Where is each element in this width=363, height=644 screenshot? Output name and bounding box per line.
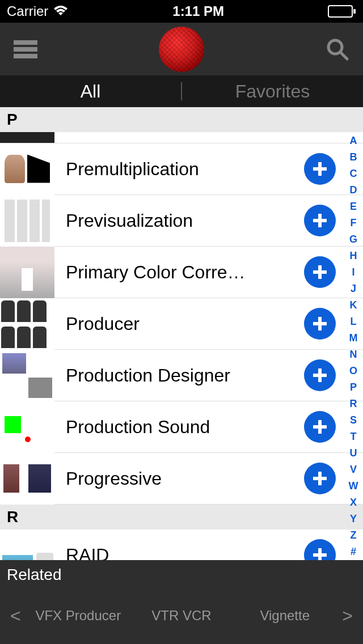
index-letter[interactable]: N bbox=[350, 349, 357, 359]
related-item[interactable]: VTR VCR bbox=[130, 608, 233, 624]
index-letter[interactable]: # bbox=[351, 546, 356, 557]
index-letter[interactable]: C bbox=[350, 168, 357, 179]
index-letter[interactable]: B bbox=[350, 152, 357, 162]
list-thumbnail bbox=[0, 401, 54, 453]
related-prev-icon[interactable]: < bbox=[5, 605, 27, 626]
list-label: Previsualization bbox=[54, 210, 304, 231]
index-letter[interactable]: S bbox=[350, 415, 357, 425]
index-letter[interactable]: W bbox=[349, 481, 358, 491]
svg-rect-0 bbox=[328, 6, 352, 17]
index-letter[interactable]: Y bbox=[350, 514, 357, 524]
list-thumbnail bbox=[0, 453, 54, 505]
add-button[interactable] bbox=[304, 153, 336, 185]
add-button[interactable] bbox=[304, 256, 336, 288]
list-label: Production Designer bbox=[54, 365, 304, 386]
index-letter[interactable]: U bbox=[350, 448, 357, 458]
list-item[interactable]: Progressive bbox=[0, 453, 363, 505]
search-button[interactable] bbox=[326, 37, 349, 61]
list-thumbnail bbox=[0, 132, 54, 143]
list-content[interactable]: P Premultiplication Previsualization Pri… bbox=[0, 107, 363, 560]
index-letter[interactable]: D bbox=[350, 185, 357, 195]
index-letter[interactable]: F bbox=[351, 218, 357, 228]
index-letter[interactable]: T bbox=[351, 431, 357, 442]
index-letter[interactable]: X bbox=[350, 497, 357, 507]
menu-button[interactable] bbox=[14, 40, 37, 58]
wifi-icon bbox=[53, 5, 69, 18]
index-letter[interactable]: J bbox=[351, 283, 356, 294]
related-item[interactable]: VFX Producer bbox=[27, 608, 130, 624]
app-logo bbox=[159, 27, 204, 72]
add-button[interactable] bbox=[304, 463, 336, 494]
index-letter[interactable]: I bbox=[352, 267, 354, 277]
index-letter[interactable]: E bbox=[350, 201, 357, 211]
list-thumbnail bbox=[0, 195, 54, 247]
list-item[interactable]: Production Designer bbox=[0, 350, 363, 401]
list-thumbnail bbox=[0, 350, 54, 401]
related-title: Related bbox=[0, 560, 363, 587]
list-item[interactable]: RAID bbox=[0, 529, 363, 560]
list-thumbnail bbox=[0, 298, 54, 350]
status-time: 1:11 PM bbox=[69, 3, 328, 19]
index-letter[interactable]: G bbox=[349, 234, 357, 244]
related-bar: Related < VFX Producer VTR VCR Vignette … bbox=[0, 560, 363, 644]
carrier-label: Carrier bbox=[7, 3, 48, 19]
index-letter[interactable]: O bbox=[349, 366, 357, 376]
related-item[interactable]: Vignette bbox=[233, 608, 336, 624]
tab-all[interactable]: All bbox=[0, 81, 181, 102]
list-item[interactable]: Previsualization bbox=[0, 195, 363, 247]
section-header-r: R bbox=[0, 505, 363, 529]
list-label: Primary Color Corre… bbox=[54, 262, 304, 283]
add-button[interactable] bbox=[304, 308, 336, 340]
index-letter[interactable]: K bbox=[350, 300, 357, 310]
index-letter[interactable]: H bbox=[350, 251, 357, 261]
list-label: Production Sound bbox=[54, 417, 304, 438]
list-item[interactable]: Producer bbox=[0, 298, 363, 350]
related-next-icon[interactable]: > bbox=[336, 605, 358, 626]
index-bar[interactable]: A B C D E F G H I J K L M N O P R S T U … bbox=[346, 132, 361, 560]
index-letter[interactable]: P bbox=[350, 382, 357, 392]
index-letter[interactable]: M bbox=[349, 333, 358, 343]
status-bar: Carrier 1:11 PM bbox=[0, 0, 363, 23]
list-item[interactable]: Production Sound bbox=[0, 401, 363, 453]
add-button[interactable] bbox=[304, 411, 336, 443]
section-header-p: P bbox=[0, 107, 363, 132]
list-label: Premultiplication bbox=[54, 159, 304, 180]
index-letter[interactable]: A bbox=[350, 135, 357, 146]
list-label: Producer bbox=[54, 313, 304, 334]
list-thumbnail bbox=[0, 247, 54, 298]
list-label: RAID bbox=[54, 545, 304, 561]
index-letter[interactable]: V bbox=[350, 464, 357, 474]
index-letter[interactable]: R bbox=[350, 399, 357, 409]
list-label: Progressive bbox=[54, 468, 304, 489]
battery-icon bbox=[328, 5, 356, 18]
add-button[interactable] bbox=[304, 205, 336, 236]
status-right bbox=[328, 5, 356, 18]
add-button[interactable] bbox=[304, 539, 336, 560]
list-item[interactable]: Primary Color Corre… bbox=[0, 247, 363, 298]
status-left: Carrier bbox=[7, 3, 69, 19]
index-letter[interactable]: Z bbox=[351, 530, 357, 540]
index-letter[interactable]: L bbox=[351, 316, 357, 327]
nav-bar bbox=[0, 23, 363, 75]
svg-line-3 bbox=[340, 52, 347, 59]
tab-bar: All Favorites bbox=[0, 75, 363, 107]
svg-rect-1 bbox=[353, 9, 356, 14]
tab-favorites[interactable]: Favorites bbox=[182, 81, 363, 102]
list-item[interactable] bbox=[0, 132, 363, 143]
list-thumbnail bbox=[0, 143, 54, 195]
add-button[interactable] bbox=[304, 359, 336, 391]
list-item[interactable]: Premultiplication bbox=[0, 143, 363, 195]
related-items: < VFX Producer VTR VCR Vignette > bbox=[0, 587, 363, 644]
list-thumbnail bbox=[0, 529, 54, 561]
